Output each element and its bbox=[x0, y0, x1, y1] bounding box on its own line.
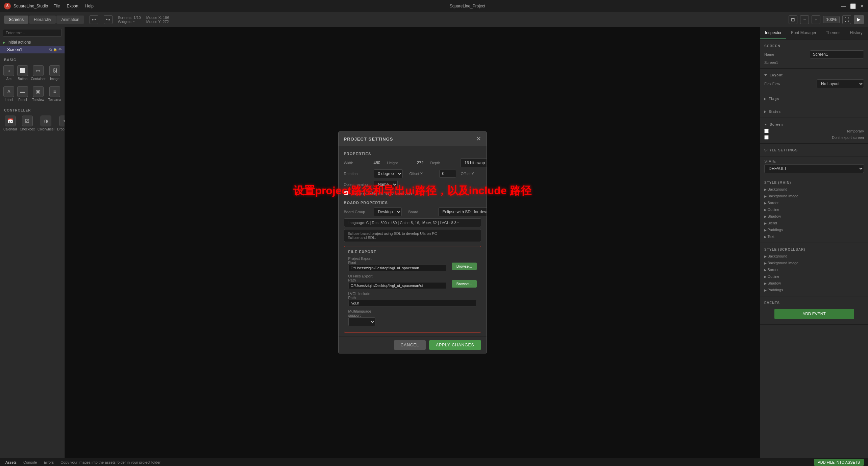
tab-animation[interactable]: Animation bbox=[56, 16, 84, 24]
depth-select[interactable]: 16 bit swap bbox=[460, 158, 487, 167]
flex-flow-select[interactable]: No Layout bbox=[817, 79, 864, 88]
scroll-shadow[interactable]: Shadow bbox=[764, 280, 864, 287]
add-file-button[interactable]: ADD FILE INTO ASSETS bbox=[814, 459, 864, 466]
style-text[interactable]: Text bbox=[764, 233, 864, 240]
tab-assets[interactable]: Assets bbox=[4, 460, 18, 464]
arc-icon: ○ bbox=[3, 65, 14, 76]
widget-checkbox[interactable]: ☑ Checkbox bbox=[19, 114, 35, 133]
close-button[interactable]: ✕ bbox=[860, 3, 864, 9]
menu-export[interactable]: Export bbox=[67, 4, 78, 8]
style-blend[interactable]: Blend bbox=[764, 220, 864, 226]
widget-dropdown[interactable]: ▼ Dropdown bbox=[56, 114, 65, 133]
board-group-select[interactable]: Desktop bbox=[374, 207, 402, 216]
eye-icon[interactable]: 👁 bbox=[58, 48, 62, 52]
widget-arc[interactable]: ○ Arc bbox=[3, 63, 15, 83]
ui-files-label: UI Files Export Path bbox=[348, 274, 375, 282]
widget-panel[interactable]: ▬ Panel bbox=[17, 84, 29, 104]
widget-label[interactable]: A Label bbox=[3, 84, 15, 104]
widget-image[interactable]: 🖼 Image bbox=[48, 63, 62, 83]
project-browse-button[interactable]: Browse... bbox=[452, 263, 477, 270]
menu-file[interactable]: File bbox=[53, 4, 60, 8]
menu-help[interactable]: Help bbox=[85, 4, 94, 8]
flex-flow-label: Flex Flow bbox=[764, 82, 780, 86]
search-input[interactable] bbox=[3, 29, 62, 36]
scroll-outline[interactable]: Outline bbox=[764, 273, 864, 280]
rotation-select[interactable]: 0 degree bbox=[374, 169, 403, 178]
modal-close-button[interactable]: ✕ bbox=[476, 135, 481, 143]
ui-browse-button[interactable]: Browse... bbox=[452, 280, 477, 288]
scroll-border[interactable]: Border bbox=[764, 266, 864, 273]
widget-colorwheel[interactable]: ◑ Colorwheel bbox=[37, 114, 55, 133]
board-select[interactable]: Eclipse with SDL for development on PC bbox=[438, 207, 487, 216]
flex-flow-row: Flex Flow No Layout bbox=[764, 78, 864, 89]
tab-errors[interactable]: Errors bbox=[42, 460, 55, 464]
redo-button[interactable]: ↪ bbox=[104, 15, 113, 24]
basic-widget-grid: ○ Arc ⬜ Button ▭ Container 🖼 Image A bbox=[3, 63, 62, 104]
lock-icon[interactable]: 🔒 bbox=[53, 48, 57, 52]
minimize-button[interactable]: — bbox=[841, 3, 846, 9]
obj-naming-select[interactable]: Name bbox=[374, 180, 398, 189]
style-shadow[interactable]: Shadow bbox=[764, 213, 864, 220]
style-settings-header: STYLE SETTINGS bbox=[760, 144, 868, 156]
style-paddings[interactable]: Paddings bbox=[764, 226, 864, 233]
undo-button[interactable]: ↩ bbox=[90, 15, 98, 24]
tree-item-screen1[interactable]: □ Screen1 ⧉ 🔒 👁 bbox=[0, 46, 65, 53]
style-background-image[interactable]: Background image bbox=[764, 193, 864, 199]
maximize-button[interactable]: ⬜ bbox=[850, 3, 856, 9]
tab-font-manager[interactable]: Font Manager bbox=[786, 27, 821, 39]
zoom-in-button[interactable]: + bbox=[812, 15, 820, 24]
style-background[interactable]: Background bbox=[764, 186, 864, 193]
force-lower-checkbox[interactable] bbox=[344, 191, 348, 195]
ui-files-input[interactable] bbox=[348, 282, 446, 289]
events-section: EVENTS ADD EVENT bbox=[760, 296, 868, 325]
events-title: EVENTS bbox=[764, 299, 864, 306]
apply-button[interactable]: APPLY CHANGES bbox=[429, 340, 481, 350]
add-event-button[interactable]: ADD EVENT bbox=[774, 309, 854, 319]
dont-export-checkbox[interactable] bbox=[764, 135, 769, 140]
controller-widget-grid: 📅 Calendar ☑ Checkbox ◑ Colorwheel ▼ Dro… bbox=[3, 114, 62, 133]
widgets-panel: BASIC ○ Arc ⬜ Button ▭ Container 🖼 Image bbox=[0, 53, 65, 458]
scroll-background[interactable]: Background bbox=[764, 253, 864, 260]
modal-title: PROJECT SETTINGS bbox=[344, 137, 393, 142]
scroll-paddings[interactable]: Paddings bbox=[764, 287, 864, 293]
state-select[interactable]: DEFAULT bbox=[764, 164, 864, 173]
zoom-out-button[interactable]: − bbox=[800, 15, 809, 24]
lvgl-include-input[interactable] bbox=[348, 300, 477, 306]
tab-themes[interactable]: Themes bbox=[821, 27, 845, 39]
widget-container[interactable]: ▭ Container bbox=[30, 63, 46, 83]
widget-button[interactable]: ⬜ Button bbox=[17, 63, 29, 83]
style-main-title: STYLE (MAIN) bbox=[764, 179, 864, 186]
width-value: 480 bbox=[374, 161, 380, 165]
name-input[interactable] bbox=[810, 50, 864, 58]
tab-screens[interactable]: Screens bbox=[4, 16, 28, 24]
language-info: Language: C | Res: 800 x 480 | Color: 8,… bbox=[344, 218, 481, 227]
arc-label: Arc bbox=[6, 77, 11, 81]
play-button[interactable]: ▶ bbox=[854, 15, 864, 24]
tab-console[interactable]: Console bbox=[22, 460, 38, 464]
copy-icon[interactable]: ⧉ bbox=[49, 48, 52, 52]
scroll-background-image[interactable]: Background image bbox=[764, 260, 864, 266]
label-label: Label bbox=[5, 98, 13, 102]
style-outline[interactable]: Outline bbox=[764, 206, 864, 213]
lvgl-include-label: LVGL Include Path bbox=[348, 292, 375, 300]
tab-inspector[interactable]: Inspector bbox=[760, 27, 786, 39]
force-lower-row: Force exported names to lower case bbox=[344, 191, 481, 195]
widget-textarea[interactable]: ≡ Textarea bbox=[48, 84, 62, 104]
tab-history[interactable]: History bbox=[845, 27, 867, 39]
offset-x-input[interactable] bbox=[439, 170, 456, 178]
project-title: SquareLine_Project bbox=[96, 4, 839, 8]
cancel-button[interactable]: CANCEL bbox=[394, 340, 426, 350]
temporary-checkbox[interactable] bbox=[764, 129, 769, 133]
tab-hierarchy[interactable]: Hierarchy bbox=[29, 16, 56, 24]
canvas-area[interactable]: 设置project路径和导出ui路径，以及include 路径 PROJECT … bbox=[65, 27, 760, 458]
dimensions-row: Width 480 Height 272 Depth 16 bit swap bbox=[344, 158, 481, 167]
fit-screen-button[interactable]: ⊡ bbox=[789, 15, 797, 24]
style-border[interactable]: Border bbox=[764, 199, 864, 206]
widget-calendar[interactable]: 📅 Calendar bbox=[3, 114, 18, 133]
multilang-select[interactable] bbox=[348, 317, 375, 326]
fullscreen-button[interactable]: ⛶ bbox=[842, 15, 851, 24]
force-lower-label: Force exported names to lower case bbox=[352, 191, 413, 195]
widget-tabview[interactable]: ▣ Tabview bbox=[30, 84, 46, 104]
tree-item-initial-actions[interactable]: ▶ Initial actions bbox=[0, 39, 65, 46]
project-export-input[interactable] bbox=[348, 265, 446, 271]
